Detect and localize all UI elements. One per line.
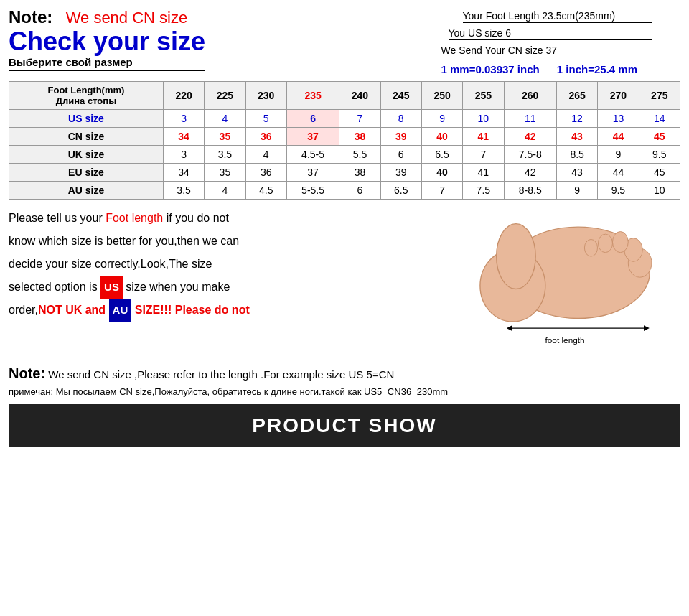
bottom-note-label: Note:	[9, 365, 45, 381]
table-row-cn: CN size 34 35 36 37 38 39 40 41 42 43 44…	[9, 128, 680, 146]
svg-point-5	[612, 232, 628, 253]
uk-265: 8.5	[556, 146, 597, 164]
uk-255: 7	[463, 146, 504, 164]
not-uk-text: NOT UK and	[38, 304, 109, 316]
eu-240: 38	[339, 164, 380, 182]
russian-note: примечан: Мы посылаем CN size,Пожалуйста…	[9, 386, 680, 397]
us-260: 11	[504, 110, 556, 128]
cn-255: 41	[463, 128, 504, 146]
eu-250: 40	[421, 164, 462, 182]
au-220: 3.5	[163, 182, 204, 200]
cn-265: 43	[556, 128, 597, 146]
table-row-eu: EU size 34 35 36 37 38 39 40 41 42 43 44…	[9, 164, 680, 182]
cn-240: 38	[339, 128, 380, 146]
us-220: 3	[163, 110, 204, 128]
note-label: Note:	[9, 7, 52, 27]
main-container: Note: We send CN size Check your size Вы…	[0, 0, 689, 454]
us-225: 4	[205, 110, 245, 128]
col-230: 230	[245, 82, 286, 110]
cn-270: 44	[598, 128, 639, 146]
cn-220: 34	[163, 128, 204, 146]
us-badge: US	[100, 276, 123, 299]
uk-260: 7.5-8	[504, 146, 556, 164]
note-text: We send CN size	[66, 9, 188, 27]
text-line5: order,NOT UK and AU SIZE!!! Please do no…	[9, 299, 422, 322]
left-text: Please tell us your Foot length if you d…	[9, 207, 422, 322]
cn-260: 42	[504, 128, 556, 146]
bottom-section: Please tell us your Foot length if you d…	[9, 207, 680, 358]
note-line: Note: We send CN size	[9, 7, 205, 27]
eu-label: EU size	[9, 164, 164, 182]
foot-length-label: Foot length	[106, 212, 163, 224]
col-225: 225	[205, 82, 245, 110]
eu-265: 43	[556, 164, 597, 182]
foot-image-container: foot length	[436, 214, 680, 358]
svg-point-6	[598, 234, 612, 252]
eu-235: 37	[286, 164, 339, 182]
svg-point-2	[497, 224, 536, 289]
col-265: 265	[556, 82, 597, 110]
au-270: 9.5	[598, 182, 639, 200]
conversion2: 1 inch=25.4 mm	[557, 63, 637, 75]
col-250: 250	[421, 82, 462, 110]
col-235: 235	[286, 82, 339, 110]
au-badge: AU	[109, 299, 132, 322]
au-275: 10	[639, 182, 680, 200]
cn-245: 39	[380, 128, 421, 146]
us-label: US size	[9, 110, 164, 128]
cn-size-annotation: We Send Your CN size 37	[441, 45, 652, 56]
bottom-note-text: We send CN size ,Please refer to the len…	[48, 368, 394, 381]
uk-225: 3.5	[205, 146, 245, 164]
left-header: Note: We send CN size Check your size Вы…	[9, 7, 205, 71]
header-section: Note: We send CN size Check your size Вы…	[9, 7, 680, 75]
us-240: 7	[339, 110, 380, 128]
conversion1: 1 mm=0.03937 inch	[441, 63, 540, 75]
us-230: 5	[245, 110, 286, 128]
size-table: Foot Length(mm)Длина стопы 220 225 230 2…	[9, 81, 680, 200]
au-235: 5-5.5	[286, 182, 339, 200]
uk-label: UK size	[9, 146, 164, 164]
au-240: 6	[339, 182, 380, 200]
eu-220: 34	[163, 164, 204, 182]
au-label: AU size	[9, 182, 164, 200]
uk-245: 6	[380, 146, 421, 164]
us-235: 6	[286, 110, 339, 128]
product-show-text: PRODUCT SHOW	[252, 414, 436, 437]
eu-230: 36	[245, 164, 286, 182]
cn-250: 40	[421, 128, 462, 146]
col-260: 260	[504, 82, 556, 110]
foot-length-annotation: Your Foot Length 23.5cm(235mm)	[463, 10, 652, 23]
au-230: 4.5	[245, 182, 286, 200]
text-line2: know which size is better for you,then w…	[9, 230, 422, 253]
us-275: 14	[639, 110, 680, 128]
cn-235: 37	[286, 128, 339, 146]
cn-230: 36	[245, 128, 286, 146]
au-260: 8-8.5	[504, 182, 556, 200]
table-row-uk: UK size 3 3.5 4 4.5-5 5.5 6 6.5 7 7.5-8 …	[9, 146, 680, 164]
uk-275: 9.5	[639, 146, 680, 164]
us-270: 13	[598, 110, 639, 128]
size-exclaim: SIZE!!! Please do not	[131, 304, 249, 316]
us-265: 12	[556, 110, 597, 128]
eu-255: 41	[463, 164, 504, 182]
product-show-banner: PRODUCT SHOW	[9, 404, 680, 447]
col-245: 245	[380, 82, 421, 110]
au-250: 7	[421, 182, 462, 200]
uk-235: 4.5-5	[286, 146, 339, 164]
eu-275: 45	[639, 164, 680, 182]
uk-250: 6.5	[421, 146, 462, 164]
table-row-us: US size 3 4 5 6 7 8 9 10 11 12 13 14	[9, 110, 680, 128]
text-line4: selected option is US size when you make	[9, 276, 422, 299]
us-255: 10	[463, 110, 504, 128]
col-275: 275	[639, 82, 680, 110]
au-225: 4	[205, 182, 245, 200]
us-245: 8	[380, 110, 421, 128]
au-255: 7.5	[463, 182, 504, 200]
annotation-block: Your Foot Length 23.5cm(235mm) You US si…	[441, 10, 652, 75]
col-270: 270	[598, 82, 639, 110]
conversion-line: 1 mm=0.03937 inch 1 inch=25.4 mm	[441, 63, 652, 75]
svg-point-7	[584, 239, 597, 256]
col-220: 220	[163, 82, 204, 110]
col-255: 255	[463, 82, 504, 110]
cn-label: CN size	[9, 128, 164, 146]
